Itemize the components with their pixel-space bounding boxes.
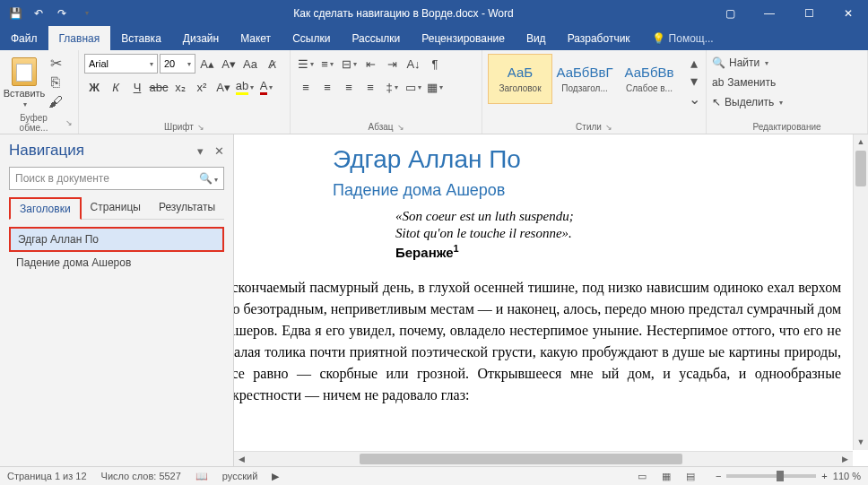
tab-mailings[interactable]: Рассылки [341,26,411,50]
maximize-icon[interactable]: ☐ [789,0,829,26]
zoom-slider[interactable] [726,474,816,478]
qat-more-icon[interactable]: ▾ [77,4,97,23]
multilevel-icon[interactable]: ⊟▾ [339,54,359,74]
find-button[interactable]: 🔍Найти▾ [712,54,783,72]
tab-view[interactable]: Вид [516,26,557,50]
cut-icon[interactable]: ✂ [47,54,65,72]
grow-font-icon[interactable]: A▴ [197,54,217,74]
scroll-down-icon[interactable]: ▼ [854,435,868,450]
font-name-combo[interactable]: Arial▾ [84,54,158,74]
shrink-font-icon[interactable]: A▾ [219,54,239,74]
save-icon[interactable]: 💾 [5,4,25,23]
subscript-button[interactable]: x₂ [170,77,190,97]
change-case-icon[interactable]: Aa [240,54,260,74]
hscroll-thumb[interactable] [360,454,682,464]
strike-button[interactable]: abc [149,77,169,97]
text-effects-icon[interactable]: A▾ [213,77,233,97]
doc-subtitle[interactable]: Падение дома Ашеров [333,181,850,200]
nav-tab-pages[interactable]: Страницы [82,197,150,219]
styles-scroll-down-icon[interactable]: ▾ [685,72,703,90]
nav-tab-results[interactable]: Результаты [150,197,224,219]
doc-epigraph-line2[interactable]: Sitot qu'on le touche il resonne». [395,226,850,241]
font-launcher[interactable]: ↘ [197,123,204,132]
zoom-in-icon[interactable]: + [821,471,827,481]
tab-home[interactable]: Главная [48,26,111,50]
select-button[interactable]: ↖Выделить▾ [712,93,783,111]
align-left-icon[interactable]: ≡ [296,77,316,97]
show-marks-icon[interactable]: ¶ [425,54,445,74]
tell-me[interactable]: 💡Помощ... [641,26,725,50]
status-words[interactable]: Число слов: 5527 [101,471,181,481]
status-page[interactable]: Страница 1 из 12 [7,471,87,481]
sort-icon[interactable]: A↓ [404,54,423,74]
search-icon[interactable]: 🔍▾ [199,172,218,185]
ribbon-display-icon[interactable]: ▢ [710,0,750,26]
view-print-icon[interactable]: ▦ [655,468,677,484]
bold-button[interactable]: Ж [84,77,104,97]
status-spellcheck-icon[interactable]: 📖 [195,471,208,482]
clear-format-icon[interactable]: A̷ [262,54,282,74]
replace-button[interactable]: abЗаменить [712,74,783,91]
decrease-indent-icon[interactable]: ⇤ [360,54,380,74]
scroll-right-icon[interactable]: ▶ [838,452,853,466]
zoom-out-icon[interactable]: − [716,471,721,481]
justify-icon[interactable]: ≡ [360,77,380,97]
tab-insert[interactable]: Вставка [110,26,172,50]
style-heading[interactable]: АаБ Заголовок [488,54,552,104]
align-center-icon[interactable]: ≡ [317,77,337,97]
clipboard-launcher[interactable]: ↘ [65,118,73,127]
nav-heading-item[interactable]: Падение дома Ашеров [9,252,224,273]
borders-icon[interactable]: ▦▾ [425,77,445,97]
numbering-icon[interactable]: ≡▾ [317,54,337,74]
undo-icon[interactable]: ↶ [29,4,48,23]
font-color-icon[interactable]: A▾ [256,77,276,97]
format-painter-icon[interactable]: 🖌 [47,93,65,111]
line-spacing-icon[interactable]: ‡▾ [382,77,402,97]
doc-epigraph-line1[interactable]: «Son coeur est un luth suspendu; [395,209,850,224]
horizontal-scrollbar[interactable]: ◀ ▶ [234,451,853,466]
doc-body[interactable]: ескончаемый пасмурный день, в глухой осе… [234,277,850,406]
tab-file[interactable]: Файл [0,26,48,50]
minimize-icon[interactable]: — [750,0,789,26]
view-read-icon[interactable]: ▭ [631,468,653,484]
align-right-icon[interactable]: ≡ [339,77,359,97]
zoom-level[interactable]: 110 % [833,471,861,481]
increase-indent-icon[interactable]: ⇥ [382,54,402,74]
navpane-close-icon[interactable]: ✕ [214,144,224,158]
nav-tab-headings[interactable]: Заголовки [9,197,82,220]
styles-scroll-up-icon[interactable]: ▴ [685,54,703,72]
tab-references[interactable]: Ссылки [282,26,341,50]
copy-icon[interactable]: ⎘ [47,74,65,91]
styles-more-icon[interactable]: ⌄ [685,90,703,108]
redo-icon[interactable]: ↷ [52,4,72,23]
navpane-menu-icon[interactable]: ▾ [197,144,204,158]
status-macro-icon[interactable]: ▶ [272,471,279,482]
style-subtitle[interactable]: АаБбВвГ Подзагол... [552,54,617,104]
scroll-left-icon[interactable]: ◀ [234,452,249,466]
tab-layout[interactable]: Макет [230,26,282,50]
bullets-icon[interactable]: ☰▾ [296,54,316,74]
document-area[interactable]: Эдгар Аллан По Падение дома Ашеров «Son … [234,134,868,466]
styles-launcher[interactable]: ↘ [605,123,612,132]
style-subtle[interactable]: АаБбВв Слабое в... [617,54,681,104]
view-web-icon[interactable]: ▤ [680,468,701,484]
paste-button[interactable]: Вставить ▾ [5,54,43,111]
italic-button[interactable]: К [106,77,126,97]
nav-heading-item[interactable]: Эдгар Аллан По [9,227,224,252]
status-language[interactable]: русский [222,471,257,481]
close-icon[interactable]: ✕ [829,0,868,26]
highlight-icon[interactable]: ab▾ [235,77,255,97]
tab-review[interactable]: Рецензирование [411,26,516,50]
doc-title[interactable]: Эдгар Аллан По [333,145,850,174]
tab-developer[interactable]: Разработчик [557,26,641,50]
vertical-scrollbar[interactable]: ▲ ▼ [853,134,868,450]
paragraph-launcher[interactable]: ↘ [397,123,404,132]
font-size-combo[interactable]: 20▾ [160,54,195,74]
vscroll-thumb[interactable] [855,151,866,186]
doc-author[interactable]: Беранже1 [395,243,850,261]
superscript-button[interactable]: x² [192,77,212,97]
scroll-up-icon[interactable]: ▲ [854,134,868,150]
tab-design[interactable]: Дизайн [172,26,230,50]
underline-button[interactable]: Ч [127,77,147,97]
shading-icon[interactable]: ▭▾ [404,77,423,97]
